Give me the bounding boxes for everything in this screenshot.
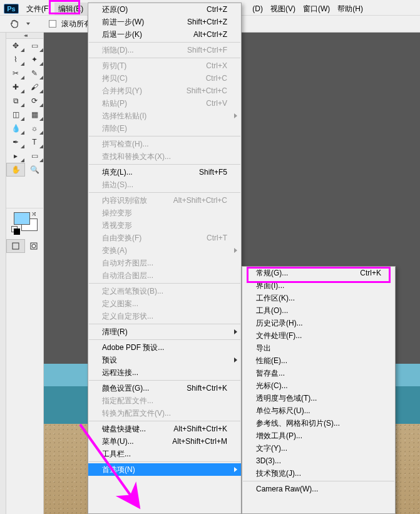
menu-item-label: 键盘快捷键... bbox=[102, 424, 166, 434]
prefs-menu-item[interactable]: 光标(C)... bbox=[242, 379, 395, 392]
prefs-menu-item[interactable]: 技术预览(J)... bbox=[242, 467, 395, 480]
edit-menu-item[interactable]: 前进一步(W)Shift+Ctrl+Z bbox=[88, 16, 241, 28]
menu-item-shortcut: Alt+Ctrl+Z bbox=[193, 30, 227, 39]
prefs-menu-item[interactable]: 文字(Y)... bbox=[242, 442, 395, 455]
edit-menu-item[interactable]: 后退一步(K)Alt+Ctrl+Z bbox=[88, 28, 241, 41]
quick-select-tool[interactable]: ✦ bbox=[25, 53, 44, 66]
zoom-tool[interactable]: 🔍 bbox=[25, 163, 44, 177]
submenu-arrow-icon bbox=[234, 467, 237, 472]
hand-tool[interactable]: ✋ bbox=[6, 163, 25, 177]
edit-menu-item: 渐隐(D)...Shift+Ctrl+F bbox=[88, 44, 241, 56]
menu-window[interactable]: 窗口(W) bbox=[299, 3, 334, 16]
menu-item-label: 还原(O) bbox=[102, 4, 199, 15]
edit-menu-item: 剪切(T)Ctrl+X bbox=[88, 59, 241, 72]
prefs-menu-item[interactable]: Camera Raw(W)... bbox=[242, 483, 395, 495]
path-select-tool[interactable]: ▸ bbox=[6, 149, 25, 163]
menu-item-shortcut: Shift+Ctrl+F bbox=[187, 46, 227, 54]
prefs-menu-item[interactable]: 工作区(K)... bbox=[242, 292, 395, 304]
edit-menu-item[interactable]: 菜单(U)...Alt+Shift+Ctrl+M bbox=[88, 435, 241, 448]
prefs-menu-item[interactable]: 3D(3)... bbox=[242, 455, 395, 467]
edit-menu-item[interactable]: 远程连接... bbox=[88, 366, 241, 379]
lasso-tool[interactable]: ⌇ bbox=[6, 53, 25, 66]
menu-item-label: 导出 bbox=[256, 343, 381, 354]
prefs-menu-item[interactable]: 参考线、网格和切片(S)... bbox=[242, 417, 395, 429]
menu-item-label: 剪切(T) bbox=[102, 61, 198, 71]
toolbox-collapse[interactable]: ◂◂ bbox=[6, 33, 43, 39]
prefs-menu-item[interactable]: 界面(I)... bbox=[242, 279, 395, 292]
quick-mask-button[interactable] bbox=[25, 239, 43, 253]
menu-d[interactable]: (D) bbox=[248, 3, 267, 14]
submenu-arrow-icon bbox=[234, 357, 237, 362]
swap-colors-icon[interactable]: ⤭ bbox=[31, 210, 36, 217]
menu-item-label: 菜单(U)... bbox=[102, 436, 165, 447]
menu-item-shortcut: Ctrl+K bbox=[360, 269, 381, 277]
gradient-tool[interactable]: ▦ bbox=[25, 108, 44, 121]
edit-menu-item[interactable]: Adobe PDF 预设... bbox=[88, 341, 241, 354]
dodge-tool[interactable]: ☼ bbox=[25, 121, 44, 135]
menu-help[interactable]: 帮助(H) bbox=[334, 3, 367, 16]
crop-tool[interactable]: ✂ bbox=[6, 66, 25, 80]
prefs-menu-item[interactable]: 常规(G)...Ctrl+K bbox=[242, 267, 395, 279]
type-tool[interactable]: T bbox=[25, 135, 44, 149]
menu-item-label: 清理(R) bbox=[102, 327, 227, 337]
default-colors-icon[interactable] bbox=[11, 226, 18, 232]
spot-heal-tool[interactable]: ✚ bbox=[6, 80, 25, 94]
menu-item-label: 定义画笔预设(B)... bbox=[102, 286, 227, 297]
edit-menu-item: 选择性粘贴(I) bbox=[88, 110, 241, 122]
edit-menu-item[interactable]: 工具栏... bbox=[88, 448, 241, 460]
edit-menu-item[interactable]: 清理(R) bbox=[88, 326, 241, 338]
marquee-tool[interactable]: ▭ bbox=[25, 39, 44, 53]
prefs-menu-item[interactable]: 历史记录(H)... bbox=[242, 317, 395, 329]
edit-menu-item[interactable]: 填充(L)...Shift+F5 bbox=[88, 166, 241, 178]
rectangle-tool[interactable]: ▭ bbox=[25, 149, 44, 163]
menu-view[interactable]: 视图(V) bbox=[267, 3, 299, 16]
prefs-menu-item[interactable]: 性能(E)... bbox=[242, 354, 395, 367]
edit-menu-item: 描边(S)... bbox=[88, 178, 241, 191]
left-gutter bbox=[0, 33, 6, 514]
edit-menu-item[interactable]: 还原(O)Ctrl+Z bbox=[88, 3, 241, 16]
prefs-menu-item[interactable]: 暂存盘... bbox=[242, 367, 395, 379]
menu-edit[interactable]: 编辑(E) bbox=[54, 3, 87, 16]
standard-mode-button[interactable] bbox=[6, 239, 25, 253]
move-tool[interactable]: ✥ bbox=[6, 39, 25, 53]
menu-item-label: 工作区(K)... bbox=[256, 293, 381, 304]
prefs-menu-item[interactable]: 单位与标尺(U)... bbox=[242, 404, 395, 417]
edit-menu-item: 透视变形 bbox=[88, 219, 241, 232]
prefs-menu-item[interactable]: 导出 bbox=[242, 342, 395, 354]
hand-tool-preset-icon[interactable] bbox=[9, 18, 20, 29]
submenu-arrow-icon bbox=[234, 248, 237, 253]
edit-menu-item[interactable]: 预设 bbox=[88, 354, 241, 366]
brush-tool[interactable]: 🖌 bbox=[25, 80, 44, 94]
eyedropper-tool[interactable]: ✎ bbox=[25, 66, 44, 80]
edit-menu-item: 查找和替换文本(X)... bbox=[88, 150, 241, 163]
prefs-menu-item[interactable]: 透明度与色域(T)... bbox=[242, 392, 395, 404]
menu-item-label: 远程连接... bbox=[102, 368, 227, 378]
menu-divider bbox=[89, 339, 240, 340]
edit-menu-item: 拼写检查(H)... bbox=[88, 138, 241, 150]
prefs-menu-item[interactable]: 工具(O)... bbox=[242, 304, 395, 317]
clone-stamp-tool[interactable]: ⧉ bbox=[6, 94, 25, 108]
edit-menu-item: 自动对齐图层... bbox=[88, 257, 241, 269]
edit-menu-item[interactable]: 首选项(N) bbox=[88, 463, 241, 476]
menu-item-label: 参考线、网格和切片(S)... bbox=[256, 418, 381, 429]
edit-menu-item: 变换(A) bbox=[88, 244, 241, 257]
menu-item-label: Camera Raw(W)... bbox=[256, 485, 381, 493]
tool-preset-dropdown[interactable] bbox=[26, 23, 30, 25]
blur-tool[interactable]: 💧 bbox=[6, 121, 25, 135]
menu-item-shortcut: Shift+F5 bbox=[199, 168, 227, 177]
pen-tool[interactable]: ✒ bbox=[6, 135, 25, 149]
menu-item-label: 透视变形 bbox=[102, 220, 227, 231]
menu-item-label: 历史记录(H)... bbox=[256, 318, 381, 329]
menu-item-label: 拷贝(C) bbox=[102, 73, 198, 84]
eraser-tool[interactable]: ◫ bbox=[6, 108, 25, 121]
menu-item-label: 暂存盘... bbox=[256, 368, 381, 379]
prefs-menu-item[interactable]: 增效工具(P)... bbox=[242, 429, 395, 442]
prefs-menu-item[interactable]: 文件处理(F)... bbox=[242, 329, 395, 342]
edit-menu-item[interactable]: 键盘快捷键...Alt+Shift+Ctrl+K bbox=[88, 423, 241, 435]
edit-menu-item[interactable]: 颜色设置(G)...Shift+Ctrl+K bbox=[88, 382, 241, 394]
foreground-color-swatch[interactable] bbox=[14, 212, 30, 225]
edit-menu-item: 清除(E) bbox=[88, 122, 241, 135]
history-brush-tool[interactable]: ⟳ bbox=[25, 94, 44, 108]
scroll-all-checkbox[interactable] bbox=[49, 20, 56, 28]
menu-file[interactable]: 文件(F) bbox=[23, 3, 54, 16]
